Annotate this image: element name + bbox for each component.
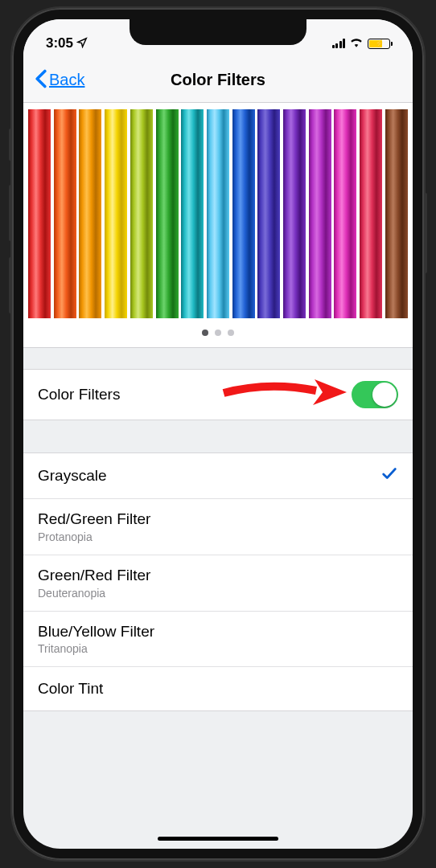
page-indicator[interactable]: [23, 318, 413, 348]
pencil-icon: [156, 109, 179, 318]
page-dot[interactable]: [228, 330, 234, 336]
location-arrow-icon: [76, 37, 88, 51]
pencil-icon: [283, 109, 306, 318]
pencil-icon: [181, 109, 204, 318]
back-button[interactable]: Back: [35, 68, 84, 92]
pencil-icon: [105, 109, 127, 318]
option-label: Color Tint: [38, 680, 103, 698]
filter-option-row[interactable]: Red/Green FilterProtanopia: [23, 499, 413, 555]
filter-options-list: GrayscaleRed/Green FilterProtanopiaGreen…: [23, 452, 413, 711]
checkmark-icon: [380, 465, 398, 487]
notch: [130, 19, 306, 45]
screen: 3:05 ⚡ Back: [23, 19, 413, 849]
pencil-icon: [385, 109, 408, 318]
color-filters-toggle-row[interactable]: Color Filters: [23, 369, 413, 420]
volume-up-button: [9, 185, 12, 241]
nav-bar: Back Color Filters: [23, 58, 413, 103]
annotation-arrow-icon: [220, 373, 348, 416]
wifi-icon: [349, 36, 364, 51]
option-label: Red/Green Filter: [38, 510, 150, 529]
option-label: Blue/Yellow Filter: [38, 623, 154, 641]
pencil-icon: [232, 109, 255, 318]
toggle-label: Color Filters: [38, 386, 120, 404]
phone-frame: 3:05 ⚡ Back: [12, 8, 424, 860]
pencil-icon: [130, 109, 153, 318]
option-label: Grayscale: [38, 467, 107, 485]
page-dot[interactable]: [215, 330, 221, 336]
chevron-left-icon: [35, 68, 47, 92]
option-sublabel: Deuteranopia: [38, 587, 150, 600]
pencil-icon: [54, 109, 76, 318]
home-indicator[interactable]: [158, 837, 278, 841]
filter-option-row[interactable]: Green/Red FilterDeuteranopia: [23, 555, 413, 612]
status-time: 3:05: [46, 35, 73, 51]
pencil-icon: [334, 109, 356, 318]
toggle-knob: [372, 383, 397, 407]
pencil-icon: [360, 109, 382, 318]
pencil-icon: [28, 109, 51, 318]
svg-marker-0: [313, 379, 347, 405]
volume-down-button: [9, 257, 12, 313]
filter-option-row[interactable]: Blue/Yellow FilterTritanopia: [23, 612, 413, 668]
power-button: [424, 193, 427, 273]
pencil-icon: [309, 109, 331, 318]
pencil-icon: [207, 109, 229, 318]
filter-option-row[interactable]: Grayscale: [23, 453, 413, 499]
filter-option-row[interactable]: Color Tint: [23, 667, 413, 710]
option-sublabel: Protanopia: [38, 530, 150, 543]
page-dot[interactable]: [202, 330, 208, 336]
pencil-icon: [79, 109, 101, 318]
back-label: Back: [49, 71, 84, 89]
pencil-preview[interactable]: [23, 103, 413, 348]
battery-charging-icon: ⚡: [368, 39, 390, 49]
pencil-icon: [257, 109, 280, 318]
color-filters-toggle[interactable]: [352, 381, 398, 408]
cellular-signal-icon: [332, 39, 346, 48]
mute-switch: [9, 129, 12, 161]
option-label: Green/Red Filter: [38, 567, 150, 585]
option-sublabel: Tritanopia: [38, 642, 154, 655]
page-title: Color Filters: [171, 71, 265, 89]
